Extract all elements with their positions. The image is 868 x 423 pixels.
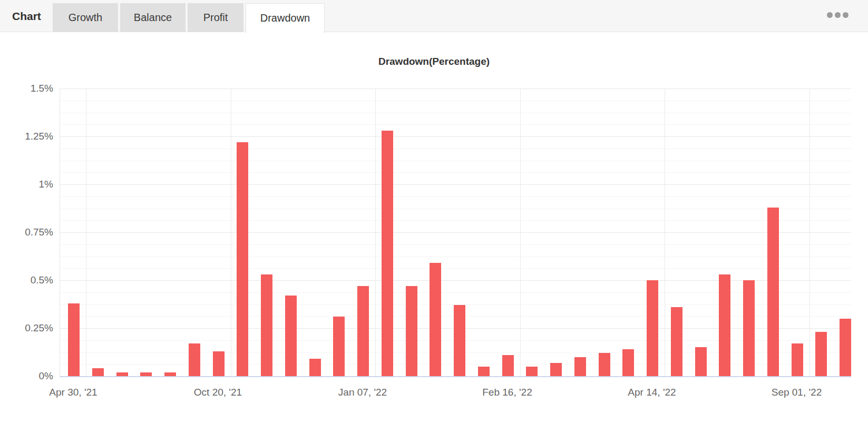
drawdown-bar[interactable] [599,353,610,376]
y-tick-label: 1% [0,179,53,190]
drawdown-bar[interactable] [840,319,851,376]
drawdown-bar[interactable] [406,286,417,376]
minor-gridline [60,113,851,113]
drawdown-bar[interactable] [164,372,176,376]
tab-balance[interactable]: Balance [120,3,186,32]
minor-gridline [60,149,851,149]
drawdown-bar[interactable] [140,372,152,376]
drawdown-bar[interactable] [743,280,755,376]
dot-icon [843,12,849,18]
x-tick-label: Sep 01, '22 [755,387,839,398]
minor-gridline [60,257,851,257]
major-gridline [60,280,851,281]
chart-title: Drawdown(Percentage) [0,56,868,67]
minor-gridline [60,244,851,245]
drawdown-bar[interactable] [309,359,321,376]
drawdown-bar[interactable] [237,142,248,376]
x-tick-label: Jan 07, '22 [320,387,405,398]
drawdown-bar[interactable] [622,349,634,376]
drawdown-bar[interactable] [719,274,730,376]
drawdown-bar[interactable] [550,363,562,377]
minor-gridline [60,268,851,269]
drawdown-bar[interactable] [68,303,80,376]
drawdown-bar[interactable] [430,263,441,376]
vertical-gridline [665,88,665,376]
drawdown-bar[interactable] [695,347,707,376]
vertical-gridline [86,88,86,376]
x-tick-label: Apr 14, '22 [610,387,694,398]
y-tick-label: 1.25% [0,131,53,142]
major-gridline [60,88,851,89]
major-gridline [60,232,851,233]
tab-drawdown[interactable]: Drawdown [246,3,325,33]
y-tick-label: 0.5% [0,274,53,286]
minor-gridline [60,220,851,221]
tab-profit[interactable]: Profit [188,3,243,32]
drawdown-bar[interactable] [189,343,200,376]
major-gridline [60,184,851,185]
drawdown-bar[interactable] [92,368,104,376]
dot-icon [827,12,833,18]
drawdown-bar[interactable] [815,332,827,376]
vertical-gridline [375,88,376,376]
vertical-gridline [520,88,521,376]
drawdown-bar[interactable] [647,280,658,376]
drawdown-bar[interactable] [333,317,345,376]
drawdown-bar[interactable] [357,286,369,376]
drawdown-bar[interactable] [261,274,272,376]
tab-bar-title: Chart [12,0,41,32]
minor-gridline [60,161,851,161]
tab-bar: Chart GrowthBalanceProfitDrawdown [0,0,868,32]
tab-list: GrowthBalanceProfitDrawdown [53,0,325,33]
minor-gridline [60,196,851,197]
drawdown-bar[interactable] [213,351,225,376]
drawdown-bar[interactable] [671,307,682,376]
drawdown-bar[interactable] [382,131,393,376]
minor-gridline [60,101,851,101]
dot-icon [835,12,841,18]
drawdown-bar[interactable] [454,305,465,376]
ellipsis-menu-icon[interactable] [827,12,849,18]
vertical-gridline [810,88,810,376]
tab-growth[interactable]: Growth [53,3,118,32]
minor-gridline [60,292,851,293]
drawdown-bar[interactable] [478,367,490,376]
chart-card: Drawdown(Percentage) 0%0.25%0.5%0.75%1%1… [0,33,868,423]
drawdown-bar-chart [60,88,851,377]
drawdown-bar[interactable] [502,355,514,376]
drawdown-bar[interactable] [285,296,297,376]
drawdown-bar[interactable] [116,372,128,376]
minor-gridline [60,172,851,173]
vertical-gridline [231,88,231,376]
drawdown-bar[interactable] [767,208,779,376]
x-tick-label: Oct 20, '21 [176,387,260,398]
x-tick-label: Apr 30, '21 [31,387,115,398]
minor-gridline [60,209,851,209]
drawdown-bar[interactable] [574,357,586,376]
minor-gridline [60,124,851,125]
y-tick-label: 0.25% [0,322,53,334]
y-tick-label: 0.75% [0,227,53,238]
y-tick-label: 0% [0,370,53,382]
drawdown-bar[interactable] [792,343,803,376]
x-tick-label: Feb 16, '22 [465,387,550,398]
y-tick-label: 1.5% [0,83,53,94]
drawdown-bar[interactable] [526,367,538,376]
major-gridline [60,136,851,137]
